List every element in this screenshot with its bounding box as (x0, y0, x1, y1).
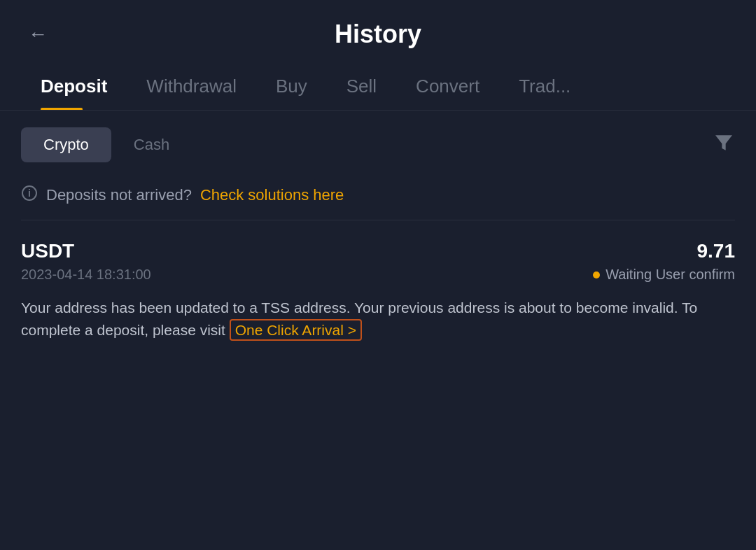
tab-deposit[interactable]: Deposit (21, 63, 127, 110)
transaction-row-top: USDT 9.71 (21, 240, 735, 262)
filter-buttons: Crypto Cash (21, 127, 192, 162)
transaction-status: Waiting User confirm (593, 267, 735, 283)
transaction-date: 2023-04-14 18:31:00 (21, 267, 151, 283)
info-icon: i (21, 185, 38, 206)
tab-buy[interactable]: Buy (256, 63, 327, 110)
tabs-container: Deposit Withdrawal Buy Sell Convert Trad… (0, 63, 756, 111)
status-dot (593, 272, 600, 278)
transaction-row-middle: 2023-04-14 18:31:00 Waiting User confirm (21, 267, 735, 283)
transaction-item: USDT 9.71 2023-04-14 18:31:00 Waiting Us… (0, 220, 756, 355)
check-solutions-link[interactable]: Check solutions here (200, 186, 344, 204)
one-click-arrival-link[interactable]: One Click Arrival > (230, 319, 362, 341)
notice-bar: i Deposits not arrived? Check solutions … (0, 176, 756, 220)
notice-text: Deposits not arrived? (46, 186, 192, 204)
crypto-filter-button[interactable]: Crypto (21, 127, 111, 162)
filter-icon[interactable] (713, 132, 735, 159)
status-text: Waiting User confirm (606, 267, 735, 283)
cash-filter-button[interactable]: Cash (111, 127, 192, 162)
tab-sell[interactable]: Sell (327, 63, 396, 110)
tab-convert[interactable]: Convert (396, 63, 499, 110)
filter-section: Crypto Cash (0, 111, 756, 176)
svg-text:i: i (28, 188, 31, 199)
page-title: History (335, 20, 421, 49)
back-button[interactable]: ← (28, 24, 48, 44)
tab-withdrawal[interactable]: Withdrawal (127, 63, 256, 110)
transaction-amount: 9.71 (697, 240, 736, 262)
transaction-currency: USDT (21, 240, 74, 262)
transaction-message: Your address has been updated to a TSS a… (21, 297, 735, 341)
header: ← History (0, 0, 756, 63)
tab-trade[interactable]: Trad... (499, 63, 590, 110)
